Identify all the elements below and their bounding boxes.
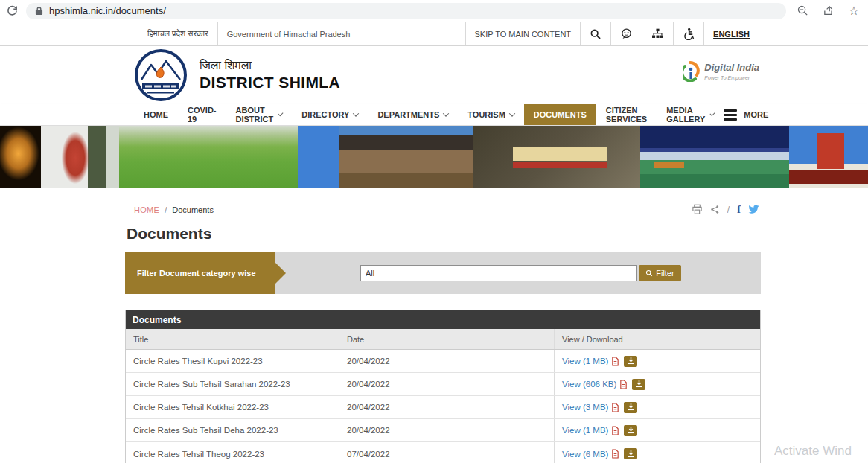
nav-label: CITIZEN SERVICES — [606, 106, 647, 124]
download-icon — [628, 450, 634, 458]
banner-photo-meadow — [119, 126, 298, 188]
nav-label: DEPARTMENTS — [377, 110, 439, 119]
view-link[interactable]: View (1 MB) — [562, 357, 619, 366]
download-button[interactable] — [624, 402, 637, 413]
search-icon[interactable] — [580, 22, 610, 45]
documents-table: Documents Title Date View / Download Cir… — [125, 310, 761, 463]
filter-search-icon — [645, 269, 653, 277]
district-logo[interactable] — [134, 48, 188, 102]
download-icon — [628, 357, 634, 365]
nav-item-about-district[interactable]: ABOUT DISTRICT — [226, 104, 293, 125]
nav-label: MEDIA GALLERY — [666, 106, 706, 124]
nav-item-home[interactable]: HOME — [134, 104, 178, 125]
activate-windows-watermark: Activate Wind — [774, 444, 852, 459]
nav-item-documents[interactable]: DOCUMENTS — [524, 104, 596, 125]
nav-item-media-gallery[interactable]: MEDIA GALLERY — [657, 104, 724, 125]
browser-toolbar: hpshimla.nic.in/documents/ ☆ — [0, 0, 868, 22]
view-link-label: View (1 MB) — [562, 426, 608, 435]
download-button[interactable] — [624, 356, 637, 367]
breadcrumb-separator: / — [165, 205, 167, 214]
download-icon — [628, 427, 634, 434]
download-button[interactable] — [624, 425, 637, 436]
nav-more-button[interactable]: MORE — [724, 104, 768, 125]
doc-title: Circle Rates Sub Tehsil Sarahan 2022-23 — [126, 373, 339, 395]
table-row: Circle Rates Thesil Kupvi 2022-23 20/04/… — [126, 350, 760, 373]
view-link[interactable]: View (606 KB) — [562, 380, 628, 389]
digital-india-title: Digital India — [704, 62, 759, 74]
download-button[interactable] — [632, 379, 645, 390]
sitemap-icon[interactable] — [642, 22, 673, 45]
utility-tail — [759, 22, 868, 45]
chevron-down-icon — [710, 111, 715, 116]
nav-label: COVID-19 — [188, 106, 217, 124]
doc-date: 20/04/2022 — [339, 396, 555, 418]
page-title: Documents — [127, 225, 761, 243]
page-actions: / f — [692, 204, 759, 215]
table-row: Circle Rates Tehsil Theog 2022-23 07/04/… — [126, 442, 760, 463]
main-nav: HOME COVID-19 ABOUT DISTRICT DIRECTORY D… — [0, 104, 868, 126]
pdf-icon — [611, 449, 619, 459]
doc-title: Circle Rates Tehsil Theog 2022-23 — [126, 442, 339, 463]
filter-module: Filter Document category wise Filter — [125, 252, 761, 294]
lock-icon[interactable] — [35, 6, 43, 16]
filter-category-label: Filter Document category wise — [125, 252, 275, 294]
main-content: HOME / Documents / f Documents Filter Do… — [125, 204, 761, 463]
zoom-out-icon[interactable] — [797, 4, 809, 17]
breadcrumb-home-link[interactable]: HOME — [134, 205, 159, 214]
column-header-date: Date — [339, 329, 555, 349]
photo-banner — [0, 126, 868, 188]
reload-icon[interactable] — [6, 4, 19, 17]
url-text: hpshimla.nic.in/documents/ — [49, 5, 166, 16]
doc-date: 07/04/2022 — [339, 442, 555, 463]
browser-actions: ☆ — [797, 4, 859, 17]
category-select[interactable] — [360, 265, 637, 281]
banner-photo-red-temple — [789, 126, 868, 188]
chevron-down-icon — [278, 111, 284, 116]
view-link[interactable]: View (1 MB) — [562, 426, 619, 435]
social-media-icon[interactable] — [610, 22, 642, 45]
facebook-icon[interactable]: f — [737, 204, 741, 215]
doc-date: 20/04/2022 — [339, 419, 555, 441]
nav-item-citizen-services[interactable]: CITIZEN SERVICES — [596, 104, 657, 125]
view-link[interactable]: View (3 MB) — [562, 403, 619, 412]
print-icon[interactable] — [692, 204, 703, 215]
doc-title: Circle Rates Thesil Kupvi 2022-23 — [126, 350, 339, 372]
nav-label: DOCUMENTS — [534, 110, 587, 119]
digital-india-swirl-icon — [683, 60, 701, 82]
bookmark-star-icon[interactable]: ☆ — [849, 5, 859, 17]
nav-item-departments[interactable]: DEPARTMENTS — [368, 104, 458, 125]
doc-date: 20/04/2022 — [339, 373, 555, 395]
view-link[interactable]: View (6 MB) — [562, 449, 619, 459]
nav-item-directory[interactable]: DIRECTORY — [292, 104, 368, 125]
table-row: Circle Rates Tehsil Kotkhai 2022-23 20/0… — [126, 396, 760, 419]
site-header: जिला शिमला DISTRICT SHIMLA Digital India… — [0, 46, 868, 104]
banner-photo-wooden-temple — [298, 126, 473, 188]
address-bar[interactable]: hpshimla.nic.in/documents/ — [26, 3, 786, 19]
column-header-view-download: View / Download — [555, 329, 760, 349]
download-icon — [628, 403, 634, 411]
view-link-label: View (1 MB) — [562, 357, 608, 365]
nav-item-tourism[interactable]: TOURISM — [458, 104, 524, 125]
digital-india-logo[interactable]: Digital India Power To Empower — [683, 60, 759, 82]
nav-item-covid-19[interactable]: COVID-19 — [178, 104, 226, 125]
utility-spacer — [0, 22, 138, 45]
column-header-title: Title — [126, 329, 339, 349]
nav-label: TOURISM — [467, 110, 505, 119]
hamburger-icon — [724, 109, 737, 121]
twitter-icon[interactable] — [748, 205, 759, 214]
language-switch[interactable]: ENGLISH — [703, 22, 759, 45]
share-browser-icon[interactable] — [823, 4, 835, 17]
download-icon — [636, 380, 642, 388]
filter-button[interactable]: Filter — [639, 265, 681, 281]
pdf-icon — [611, 426, 619, 435]
chevron-down-icon — [509, 110, 515, 116]
nav-more-label: MORE — [744, 110, 768, 119]
accessibility-icon[interactable] — [673, 22, 703, 45]
digital-india-tagline: Power To Empower — [704, 75, 759, 80]
download-button[interactable] — [624, 448, 637, 459]
table-header-row: Title Date View / Download — [126, 329, 760, 350]
view-link-label: View (3 MB) — [562, 403, 608, 412]
breadcrumb: HOME / Documents / f — [125, 204, 761, 215]
skip-to-content-link[interactable]: SKIP TO MAIN CONTENT — [465, 22, 581, 45]
share-page-icon[interactable] — [710, 205, 720, 214]
